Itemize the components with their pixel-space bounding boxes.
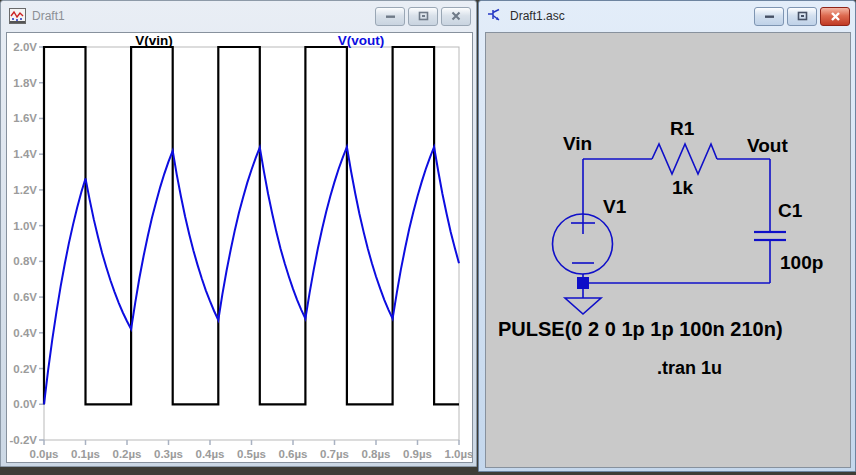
y-tick-label[interactable]: 1.6V	[13, 112, 37, 124]
component-value-r1[interactable]: 1k	[672, 177, 694, 198]
waveform-window-title: Draft1	[32, 9, 375, 23]
y-tick-label[interactable]: 1.0V	[13, 220, 37, 232]
close-icon	[451, 11, 461, 21]
schematic-pane[interactable]: Vin Vout R1 1k V1 C1 100p PULSE(0 2 0 1p…	[485, 32, 851, 468]
y-tick-label[interactable]: 2.0V	[13, 41, 37, 53]
plot-frame	[44, 47, 459, 440]
schematic-canvas[interactable]: Vin Vout R1 1k V1 C1 100p PULSE(0 2 0 1p…	[486, 33, 850, 467]
x-tick-label[interactable]: 0.1µs	[71, 448, 100, 460]
net-label-vin[interactable]: Vin	[563, 133, 592, 154]
waveform-pane[interactable]: V(vin) V(vout) 2.0V1.8V1.6V1.4V1.2V1.0V0…	[6, 32, 473, 463]
y-tick-label[interactable]: 1.8V	[13, 77, 37, 89]
component-ref-c1[interactable]: C1	[778, 200, 803, 221]
x-tick-label[interactable]: 0.8µs	[361, 448, 390, 460]
component-value-v1[interactable]: PULSE(0 2 0 1p 1p 100n 210n)	[498, 318, 783, 340]
restore-icon	[797, 11, 808, 21]
schematic-close-button[interactable]	[820, 7, 850, 26]
trace-V(vout)[interactable]	[44, 147, 459, 404]
schematic-window: Draft1.asc	[478, 0, 856, 472]
waveform-close-button[interactable]	[441, 7, 471, 26]
x-tick-label[interactable]: 0.2µs	[112, 448, 141, 460]
y-tick-label[interactable]: 0.2V	[13, 363, 37, 375]
component-ref-v1[interactable]: V1	[603, 196, 627, 217]
trace-V(vin)[interactable]	[44, 47, 459, 404]
y-tick-label[interactable]: 0.4V	[13, 327, 37, 339]
schematic-titlebar[interactable]: Draft1.asc	[479, 1, 855, 31]
x-tick-label[interactable]: 1.0µs	[444, 448, 472, 460]
waveform-window: Draft1 V(vin) V(vout) 2.0V1.8V1.6V1.4V1.…	[0, 0, 477, 467]
schematic-minimize-button[interactable]	[754, 7, 784, 26]
y-tick-label[interactable]: 0.8V	[13, 255, 37, 267]
node-junction[interactable]	[577, 277, 589, 289]
legend-vout[interactable]: V(vout)	[338, 34, 385, 48]
y-tick-label[interactable]: 1.2V	[13, 184, 37, 196]
spice-directive[interactable]: .tran 1u	[657, 358, 722, 378]
schematic-window-title: Draft1.asc	[510, 9, 754, 23]
waveform-titlebar[interactable]: Draft1	[1, 1, 476, 31]
waveform-minimize-button[interactable]	[375, 7, 405, 26]
x-tick-label[interactable]: 0.4µs	[195, 448, 224, 460]
component-value-c1[interactable]: 100p	[780, 252, 823, 273]
waveform-restore-button[interactable]	[408, 7, 438, 26]
x-tick-label[interactable]: 0.9µs	[403, 448, 432, 460]
minimize-icon	[764, 12, 775, 21]
minimize-icon	[385, 12, 396, 21]
y-tick-label[interactable]: 0.6V	[13, 291, 37, 303]
y-tick-label[interactable]: -0.2V	[10, 434, 38, 446]
net-label-vout[interactable]: Vout	[747, 135, 788, 156]
x-tick-label[interactable]: 0.3µs	[154, 448, 183, 460]
restore-icon	[418, 11, 429, 21]
close-icon	[830, 11, 841, 22]
x-tick-label[interactable]: 0.6µs	[278, 448, 307, 460]
x-tick-label[interactable]: 0.7µs	[320, 448, 349, 460]
schematic-restore-button[interactable]	[787, 7, 817, 26]
schematic-icon	[487, 8, 504, 24]
x-tick-label[interactable]: 0.0µs	[29, 448, 58, 460]
resistor-r1-symbol[interactable]	[652, 144, 717, 174]
waveform-plot[interactable]: 2.0V1.8V1.6V1.4V1.2V1.0V0.8V0.6V0.4V0.2V…	[7, 33, 472, 462]
legend-vin[interactable]: V(vin)	[135, 34, 173, 48]
y-tick-label[interactable]: 0.0V	[13, 398, 37, 410]
waveform-icon	[9, 8, 26, 24]
ltspice-workspace: Draft1 V(vin) V(vout) 2.0V1.8V1.6V1.4V1.…	[0, 0, 856, 475]
ground-symbol[interactable]	[565, 298, 601, 314]
x-tick-label[interactable]: 0.5µs	[237, 448, 266, 460]
component-ref-r1[interactable]: R1	[670, 118, 695, 139]
y-tick-label[interactable]: 1.4V	[13, 148, 37, 160]
